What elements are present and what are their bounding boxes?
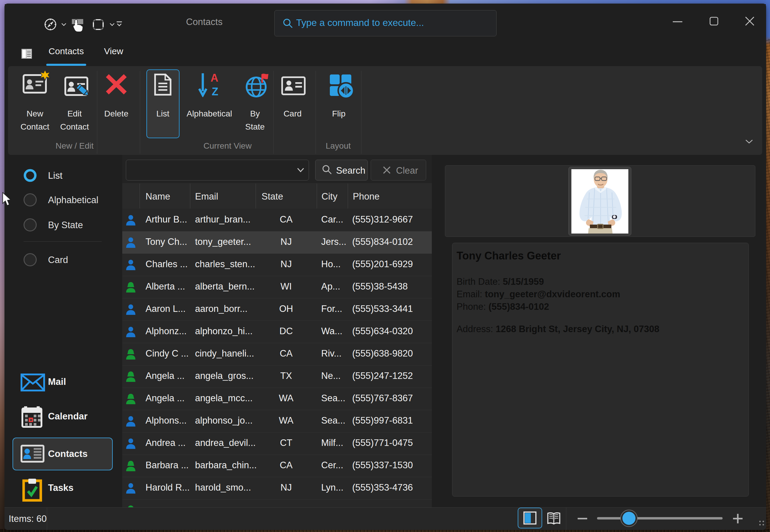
svg-text:Z: Z [212,85,218,97]
svg-text:A: A [211,73,218,84]
